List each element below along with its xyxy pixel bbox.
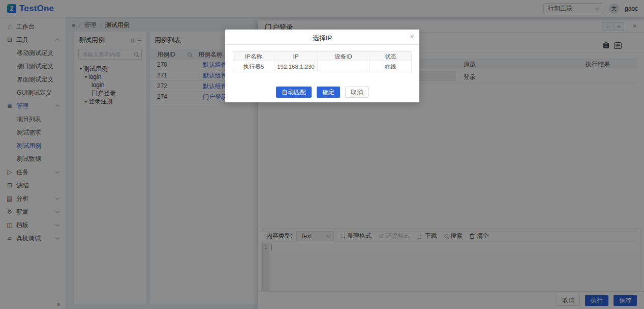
column-header-device-id: 设备ID — [318, 51, 370, 61]
ip-table: IP名称 IP 设备ID 状态 执行器5 192.168.1.230 在线 — [233, 51, 412, 72]
column-header-ip-name: IP名称 — [233, 51, 274, 61]
app-root: 2 TestOne 行知互联 文 gaoc ⌂ 工作台 ⊞ 工具 移动测试定义 … — [0, 0, 644, 309]
column-header-ip: IP — [274, 51, 318, 61]
status-cell: 在线 — [370, 61, 412, 72]
device-id-cell — [318, 61, 370, 72]
ip-cell: 192.168.1.230 — [274, 61, 318, 72]
ip-name-cell: 执行器5 — [233, 61, 274, 72]
select-ip-modal: 选择IP × IP名称 IP 设备ID 状态 执行器5 192.168.1.23… — [225, 30, 419, 102]
ip-table-header: IP名称 IP 设备ID 状态 — [233, 51, 412, 61]
close-icon[interactable]: × — [410, 33, 414, 40]
ip-table-row[interactable]: 执行器5 192.168.1.230 在线 — [233, 61, 412, 72]
column-header-status: 状态 — [370, 51, 412, 61]
modal-title: 选择IP — [225, 30, 419, 43]
auto-match-button[interactable]: 自动匹配 — [276, 87, 312, 98]
cancel-button[interactable]: 取消 — [345, 87, 369, 98]
confirm-button[interactable]: 确定 — [317, 87, 340, 98]
